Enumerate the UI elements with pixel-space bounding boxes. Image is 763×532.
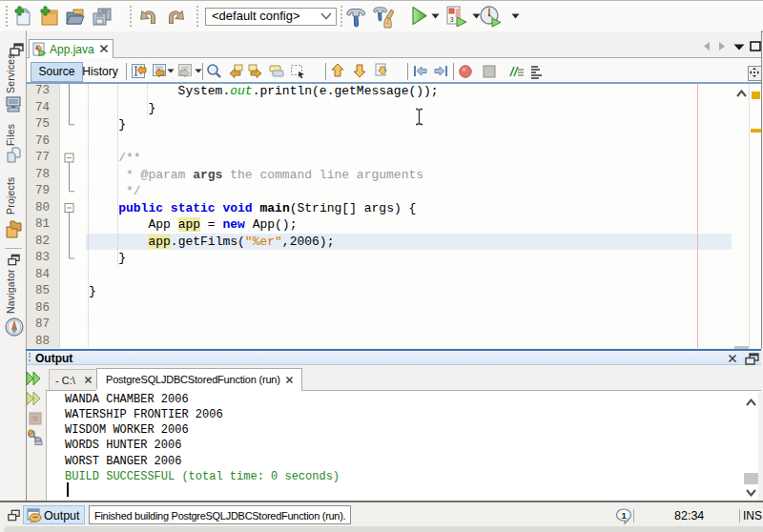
svg-text:3: 3 — [450, 15, 454, 24]
svg-text:1: 1 — [622, 510, 628, 521]
